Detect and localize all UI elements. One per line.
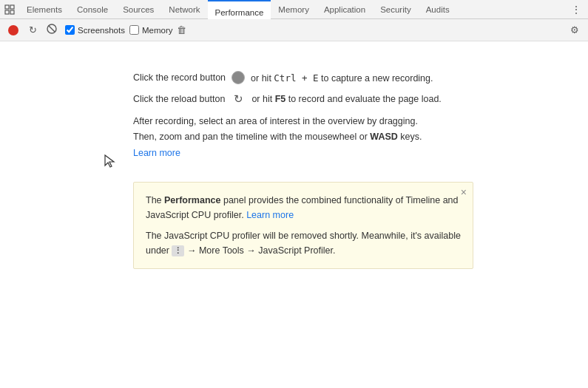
reload-instruction-text: Click the reload button [133,94,225,104]
reload-shortcut-text: or hit F5 to record and evaluate the pag… [251,94,441,104]
learn-more-link[interactable]: Learn more [133,148,180,158]
inline-record-icon [232,71,245,84]
screenshots-checkbox[interactable] [65,25,75,35]
info-box-line2: The JavaScript CPU profiler will be remo… [146,228,461,258]
performance-toolbar: ↻ Screenshots Memory 🗑 ⚙ [0,19,588,41]
main-content: Click the record button or hit Ctrl + E … [0,41,588,284]
info-box-close-button[interactable]: × [461,187,467,197]
after-recording-text: After recording, select an area of inter… [133,114,573,161]
tab-security[interactable]: Security [373,0,419,19]
stop-circle-icon [47,24,57,36]
memory-label: Memory [142,26,173,35]
info-box: × The Performance panel provides the com… [133,182,473,269]
svg-rect-0 [5,5,9,9]
record-instruction-text: Click the record button [133,72,226,83]
after-recording-line2: Then, zoom and pan the timeline with the… [133,132,422,142]
gear-icon: ⚙ [570,24,579,35]
tab-bar: Elements Console Sources Network Perform… [0,0,588,19]
record-instruction-line: Click the record button or hit Ctrl + E … [133,71,573,84]
memory-checkbox[interactable] [129,25,139,35]
tab-audits[interactable]: Audits [419,0,457,19]
record-circle-icon [8,25,18,35]
info-box-line1: The Performance panel provides the combi… [146,193,461,222]
three-dots-icon: ⋮ [172,245,184,256]
tab-elements[interactable]: Elements [19,0,70,19]
reload-instruction-line: Click the reload button ↻ or hit F5 to r… [133,92,573,106]
instructions-container: Click the record button or hit Ctrl + E … [133,71,573,161]
cursor-indicator [104,154,115,172]
tab-application[interactable]: Application [317,0,373,19]
more-tabs-icon[interactable]: ⋮ [567,1,585,18]
tab-performance[interactable]: Performance [208,0,271,19]
svg-rect-2 [5,10,9,14]
record-shortcut-text: or hit Ctrl + E to capture a new recordi… [251,72,433,84]
svg-line-5 [49,26,55,32]
svg-rect-3 [10,10,14,14]
tab-network[interactable]: Network [161,0,207,19]
memory-checkbox-label[interactable]: Memory [129,25,173,35]
record-button[interactable] [4,21,22,39]
devtools-logo-icon [3,3,16,16]
refresh-record-button[interactable]: ↻ [24,21,41,39]
panel-name-text: Performance [164,195,220,205]
screenshots-label: Screenshots [78,26,125,35]
tab-sources[interactable]: Sources [115,0,161,19]
wasd-text: WASD [370,132,398,142]
refresh-icon: ↻ [29,24,37,35]
trash-icon[interactable]: 🗑 [174,23,189,37]
svg-rect-1 [10,5,14,9]
infobox-learn-more-link[interactable]: Learn more [246,210,294,220]
tab-console[interactable]: Console [70,0,115,19]
after-recording-line1: After recording, select an area of inter… [133,116,418,126]
clear-button[interactable] [43,21,61,39]
tab-memory[interactable]: Memory [271,0,317,19]
inline-reload-icon: ↻ [231,92,246,106]
screenshots-checkbox-label[interactable]: Screenshots [65,25,125,35]
settings-button[interactable]: ⚙ [566,21,584,39]
